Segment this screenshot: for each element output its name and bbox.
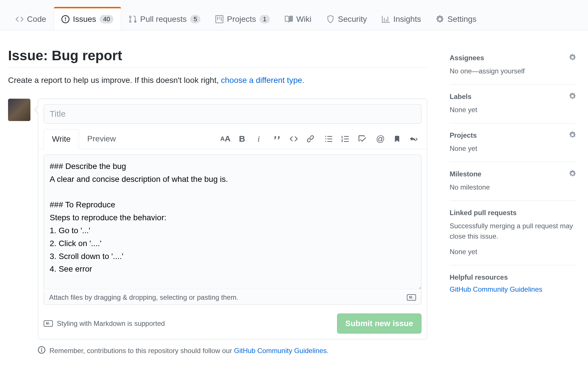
gear-icon: [436, 15, 444, 23]
subtitle-text: Create a report to help us improve. If t…: [8, 76, 221, 85]
linked-pr-desc: Successfully merging a pull request may …: [450, 221, 576, 241]
assignees-value[interactable]: No one—assign yourself: [450, 66, 576, 76]
user-avatar[interactable]: [8, 99, 30, 121]
mention-icon[interactable]: @: [376, 135, 385, 143]
markdown-badge-icon[interactable]: M↓: [407, 294, 416, 301]
community-guidelines-link[interactable]: GitHub Community Guidelines: [234, 347, 327, 354]
labels-gear-icon[interactable]: [569, 93, 576, 101]
tab-label: Security: [338, 15, 367, 24]
shield-icon: [326, 15, 334, 23]
ordered-list-icon[interactable]: [341, 135, 350, 143]
tab-security[interactable]: Security: [319, 8, 374, 30]
tab-wiki[interactable]: Wiki: [277, 8, 319, 30]
quote-icon[interactable]: [273, 135, 281, 143]
issue-body-editor[interactable]: [44, 155, 421, 289]
page-title: Issue: Bug report: [8, 48, 427, 63]
graph-icon: [382, 15, 390, 23]
pr-count: 5: [190, 15, 200, 24]
tab-label: Code: [27, 15, 46, 24]
tab-label: Projects: [227, 15, 256, 24]
preview-tab[interactable]: Preview: [79, 129, 124, 149]
issues-count: 40: [100, 15, 113, 24]
divider: [8, 67, 427, 68]
tasklist-icon[interactable]: [358, 135, 366, 143]
attach-hint: Attach files by dragging & dropping, sel…: [49, 293, 238, 301]
subtitle: Create a report to help us improve. If t…: [8, 76, 427, 85]
tab-code[interactable]: Code: [8, 8, 54, 30]
projects-gear-icon[interactable]: [569, 131, 576, 139]
code-icon[interactable]: [289, 135, 298, 143]
milestone-value: No milestone: [450, 182, 576, 192]
labels-value: None yet: [450, 105, 576, 115]
tab-pull-requests[interactable]: Pull requests 5: [121, 8, 208, 30]
tab-insights[interactable]: Insights: [374, 8, 429, 30]
assignees-gear-icon[interactable]: [569, 54, 576, 62]
link-icon[interactable]: [306, 135, 315, 143]
milestone-gear-icon[interactable]: [569, 170, 576, 178]
issue-title-input[interactable]: [44, 104, 421, 124]
markdown-note[interactable]: Styling with Markdown is supported: [57, 320, 165, 328]
unordered-list-icon[interactable]: [324, 135, 333, 143]
contrib-note-post: .: [327, 347, 329, 354]
issue-compose-box: Write Preview AA B i: [38, 99, 427, 339]
submit-new-issue-button[interactable]: Submit new issue: [337, 313, 422, 334]
community-guidelines-resource-link[interactable]: GitHub Community Guidelines: [450, 285, 576, 293]
assignees-label: Assignees: [450, 54, 484, 62]
tab-label: Issues: [73, 15, 96, 24]
tab-settings[interactable]: Settings: [428, 8, 484, 30]
bookmark-icon[interactable]: [393, 135, 401, 143]
book-icon: [285, 15, 293, 23]
info-icon: [38, 346, 45, 355]
italic-icon[interactable]: i: [254, 135, 263, 143]
git-pull-request-icon: [129, 15, 137, 23]
editor-toolbar: Write Preview AA B i: [38, 129, 427, 149]
projects-value: None yet: [450, 143, 576, 154]
milestone-label: Milestone: [450, 170, 481, 178]
linked-pr-value: None yet: [450, 247, 576, 257]
heading-icon[interactable]: AA: [221, 135, 230, 143]
projects-label: Projects: [450, 131, 477, 139]
bold-icon[interactable]: B: [238, 135, 246, 143]
repo-tabnav: Code Issues 40 Pull requests 5 Projects …: [0, 0, 588, 30]
linked-pr-label: Linked pull requests: [450, 209, 517, 217]
resources-label: Helpful resources: [450, 273, 508, 281]
issue-opened-icon: [61, 15, 69, 23]
issue-sidebar: Assignees No one—assign yourself Labels …: [450, 48, 576, 355]
tab-issues[interactable]: Issues 40: [54, 7, 121, 30]
tab-projects[interactable]: Projects 1: [208, 8, 277, 30]
code-icon: [16, 15, 24, 23]
markdown-badge-icon: M↓: [44, 320, 53, 327]
projects-count: 1: [260, 15, 270, 24]
reply-icon[interactable]: [409, 135, 418, 143]
tab-label: Wiki: [296, 15, 312, 24]
attach-files-bar[interactable]: Attach files by dragging & dropping, sel…: [44, 291, 421, 305]
tab-label: Pull requests: [140, 15, 187, 24]
contrib-note-pre: Remember, contributions to this reposito…: [49, 347, 234, 354]
choose-different-type-link[interactable]: choose a different type.: [221, 76, 305, 85]
labels-label: Labels: [450, 93, 471, 101]
tab-label: Settings: [447, 15, 476, 24]
project-icon: [215, 15, 223, 23]
tab-label: Insights: [393, 15, 421, 24]
write-tab[interactable]: Write: [44, 129, 79, 149]
